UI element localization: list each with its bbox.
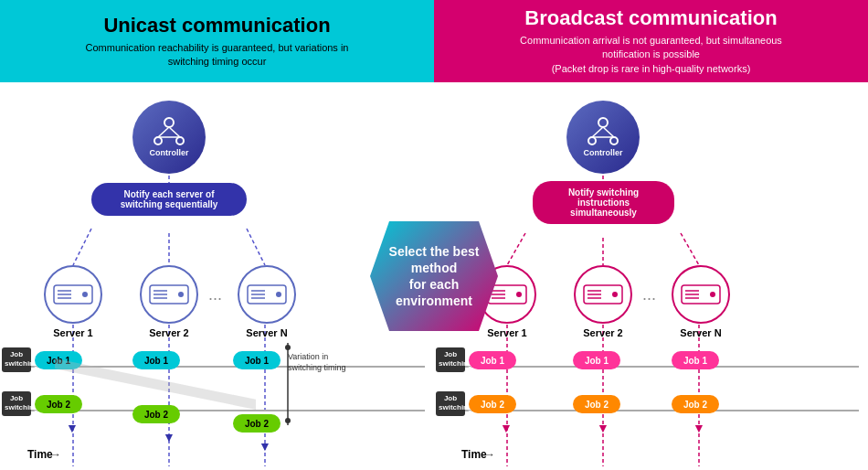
unicast-job2-s1: Job 2 — [35, 395, 82, 413]
unicast-job1-sN: Job 1 — [233, 351, 281, 369]
broadcast-job1-sN: Job 1 — [672, 351, 719, 369]
broadcast-server2-circle — [574, 265, 632, 324]
broadcast-server2-label: Server 2 — [574, 327, 632, 338]
svg-point-29 — [285, 345, 291, 350]
unicast-job-switch2: Jobswitching — [2, 391, 31, 416]
server2-icon — [149, 284, 189, 304]
broadcast-banner: Broadcast communication Communication ar… — [434, 0, 868, 82]
svg-point-48 — [516, 292, 522, 297]
broadcast-arrow2: ▼ — [597, 421, 609, 435]
broadcast-server2-icon — [583, 284, 623, 304]
svg-point-8 — [154, 137, 162, 144]
broadcast-section: Controller Notify switchinginstructionss… — [434, 82, 868, 470]
broadcast-job2-sN: Job 2 — [672, 395, 719, 413]
unicast-notify-bubble: Notify each server of switching sequenti… — [91, 183, 247, 216]
svg-point-22 — [178, 292, 184, 297]
unicast-arrow1: ▼ — [66, 421, 79, 435]
broadcast-title: Broadcast communication — [524, 6, 777, 30]
unicast-arrow2: ▼ — [163, 430, 175, 444]
broadcast-timeline1 — [461, 366, 859, 368]
unicast-title: Unicast communication — [103, 14, 330, 37]
broadcast-timeline2 — [461, 410, 859, 411]
unicast-arrow3: ▼ — [259, 439, 271, 454]
svg-point-58 — [710, 292, 715, 297]
unicast-serverN-circle — [238, 265, 296, 324]
unicast-time-arrow: → — [50, 448, 61, 461]
svg-line-11 — [169, 127, 180, 137]
broadcast-subtitle: Communication arrival is not guaranteed,… — [520, 34, 782, 76]
unicast-server1-label: Server 1 — [44, 327, 102, 338]
server1-icon — [53, 284, 93, 304]
svg-point-53 — [612, 292, 618, 297]
broadcast-job1-s1: Job 1 — [469, 351, 516, 369]
serverN-icon — [247, 284, 287, 304]
unicast-job2-sN: Job 2 — [233, 414, 281, 433]
broadcast-job-switch1: Jobswitching — [436, 347, 465, 372]
unicast-server2-label: Server 2 — [140, 327, 198, 338]
broadcast-job2-s2: Job 2 — [573, 395, 620, 413]
broadcast-serverN-label: Server N — [672, 327, 730, 338]
unicast-server1-circle — [44, 265, 102, 324]
svg-point-30 — [285, 418, 291, 423]
unicast-timeline2 — [27, 410, 425, 411]
unicast-banner: Unicast communication Communication reac… — [0, 0, 434, 82]
unicast-subtitle: Communication reachability is guaranteed… — [86, 41, 349, 69]
svg-line-34 — [681, 233, 699, 265]
broadcast-arrow1: ▼ — [500, 421, 513, 435]
unicast-server2-circle — [140, 265, 198, 324]
unicast-controller: Controller — [132, 101, 206, 174]
svg-line-41 — [592, 127, 603, 137]
broadcast-time-label: Time — [461, 448, 487, 461]
unicast-section: Controller Notify each server of switchi… — [0, 82, 434, 470]
broadcast-job-switch2: Jobswitching — [436, 391, 465, 416]
svg-point-39 — [588, 137, 596, 144]
broadcast-job1-s2: Job 1 — [573, 351, 620, 369]
svg-point-38 — [598, 118, 608, 127]
main-content: Select the best methodfor each environme… — [0, 82, 868, 470]
unicast-time-label: Time — [27, 448, 53, 461]
broadcast-network-icon — [587, 117, 619, 146]
hex-text: Select the best methodfor each environme… — [388, 243, 480, 310]
broadcast-controller: Controller — [566, 101, 640, 174]
unicast-ellipsis: ... — [208, 285, 222, 304]
broadcast-serverN-icon — [681, 284, 721, 304]
svg-point-7 — [164, 118, 174, 127]
unicast-job2-s2: Job 2 — [132, 405, 180, 423]
svg-point-17 — [82, 292, 88, 297]
broadcast-ellipsis: ... — [642, 285, 656, 304]
center-hexagon: Select the best methodfor each environme… — [370, 221, 498, 331]
variation-bracket — [279, 338, 297, 430]
svg-point-9 — [176, 137, 184, 144]
unicast-serverN-label: Server N — [238, 327, 296, 338]
svg-line-10 — [158, 127, 169, 137]
svg-line-32 — [507, 233, 525, 265]
broadcast-controller-label: Controller — [583, 148, 622, 157]
broadcast-arrow3: ▼ — [693, 421, 705, 435]
svg-line-42 — [603, 127, 614, 137]
unicast-controller-label: Controller — [149, 148, 188, 157]
unicast-job-switch1: Jobswitching — [2, 347, 31, 372]
broadcast-serverN-circle — [672, 265, 730, 324]
network-icon — [153, 117, 185, 146]
svg-line-3 — [247, 229, 265, 265]
svg-point-27 — [276, 292, 281, 297]
svg-point-40 — [610, 137, 618, 144]
svg-line-1 — [73, 229, 91, 265]
broadcast-job2-s1: Job 2 — [469, 395, 516, 413]
unicast-job1-s2: Job 1 — [132, 351, 180, 369]
broadcast-time-arrow: → — [484, 448, 495, 461]
broadcast-notify-bubble: Notify switchinginstructionssimultaneous… — [533, 181, 674, 224]
